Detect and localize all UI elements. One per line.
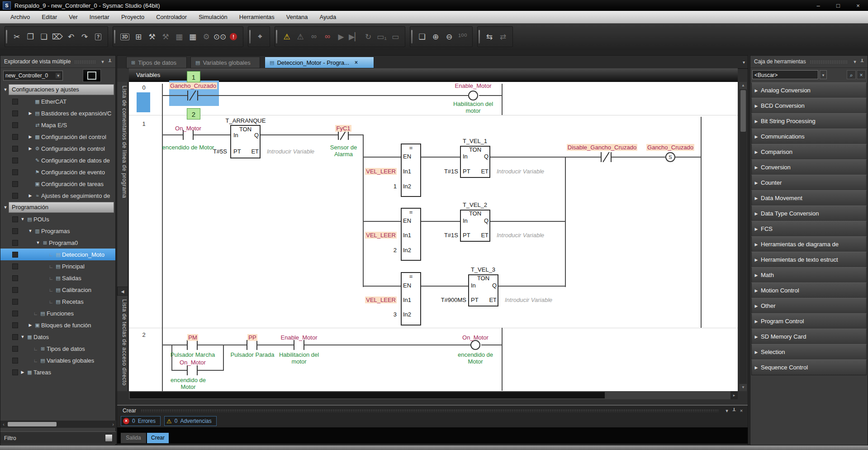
- online-window-2-icon[interactable]: ▭: [389, 29, 402, 44]
- check-all-programs-icon[interactable]: ⚠: [280, 29, 294, 44]
- chevron-down-icon[interactable]: ▼: [35, 240, 41, 245]
- tree-item-funciones[interactable]: ∟▤Funciones: [0, 307, 115, 319]
- et-placeholder[interactable]: Introducir Variable: [497, 168, 560, 175]
- cross-reference-icon[interactable]: ⚙: [199, 29, 213, 44]
- scroll-up-icon[interactable]: ▲: [740, 82, 747, 89]
- redo-icon[interactable]: ↷: [78, 29, 91, 44]
- scrollbar-thumb[interactable]: [740, 90, 746, 132]
- view-3d-icon[interactable]: 3D: [118, 29, 132, 44]
- pt-value[interactable]: T#900MS: [427, 297, 466, 304]
- tree-item-principal[interactable]: ∟▤Principal: [0, 260, 115, 272]
- tree-item-bloques-de-funci-n[interactable]: ▶▣Bloques de función: [0, 319, 115, 331]
- search-binoculars-icon[interactable]: ⊙⊙: [213, 29, 227, 44]
- tab-deteccion-motor-progra[interactable]: ▤Deteccion_Motor - Progra...×: [265, 57, 374, 68]
- run-simulator-icon[interactable]: ▶: [334, 29, 348, 44]
- scroll-right-icon[interactable]: ▸: [730, 391, 738, 399]
- toolbox-category-herramientas-de-texto-estruct[interactable]: ▶Herramientas de texto estruct: [751, 252, 867, 268]
- zoom-out-icon[interactable]: ⊖: [442, 29, 456, 44]
- reset-simulator-icon[interactable]: ↻: [361, 29, 375, 44]
- toolbox-category-motion-control[interactable]: ▶Motion Control: [751, 282, 867, 298]
- nc-contact-gancho-cruzado[interactable]: [187, 91, 198, 101]
- tab-variables-globales[interactable]: ▤Variables globales: [190, 57, 260, 68]
- var-label[interactable]: VEL_LEER: [365, 297, 397, 303]
- set-coil-gancho-cruzado[interactable]: S: [665, 152, 675, 162]
- zoom-100-icon[interactable]: ¹⁰⁰: [456, 29, 470, 44]
- toolbox-category-fcs[interactable]: ▶FCS: [751, 221, 867, 237]
- variables-bar[interactable]: Variables: [129, 68, 738, 82]
- toolbox-category-comparison[interactable]: ▶Comparison: [751, 144, 867, 160]
- scroll-left-icon[interactable]: ‹: [0, 421, 7, 427]
- tree-item-configuraci-n-de-control[interactable]: ▶⚙Configuración de control: [0, 143, 115, 154]
- et-placeholder[interactable]: Introducir Variable: [267, 148, 330, 155]
- online-window-1-icon[interactable]: ▭₁: [375, 29, 389, 44]
- pin-icon[interactable]: ┸: [730, 408, 738, 414]
- menu-insertar[interactable]: Insertar: [84, 11, 115, 24]
- chevron-down-icon[interactable]: ▾: [99, 59, 106, 65]
- monitor-glasses-icon[interactable]: ∞: [307, 29, 321, 44]
- tree-item-bastidores-de-expansi-n-c[interactable]: ▶▤Bastidores de expansión/C: [0, 107, 115, 119]
- toolbox-category-counter[interactable]: ▶Counter: [751, 175, 867, 191]
- ladder-canvas[interactable]: 0 1 2 1 2 Gancho_Cruzado Enable_Motor Ha…: [129, 82, 738, 391]
- pt-value[interactable]: T#5S: [199, 148, 227, 155]
- var-label[interactable]: PM: [187, 334, 198, 341]
- toolbox-category-data-type-conversion[interactable]: ▶Data Type Conversion: [751, 206, 867, 221]
- tree-item-configuraci-n-de-tareas[interactable]: ▣Configuración de tareas: [0, 178, 115, 190]
- in2-value[interactable]: 2: [360, 247, 397, 254]
- rung-number[interactable]: 2: [137, 331, 151, 338]
- chevron-down-icon[interactable]: ▼: [19, 335, 26, 339]
- scroll-right-icon[interactable]: ›: [110, 421, 116, 427]
- var-label[interactable]: Enable_Motor: [441, 82, 505, 90]
- var-label[interactable]: Gancho_Cruzado: [169, 82, 217, 89]
- rung-number[interactable]: 0: [137, 84, 151, 91]
- help-icon[interactable]: ?: [91, 29, 105, 44]
- search-options-icon[interactable]: ⌕: [847, 70, 856, 79]
- no-contact-on-motor-branch[interactable]: [187, 365, 198, 375]
- menu-controlador[interactable]: Controlador: [150, 11, 193, 24]
- chevron-down-icon[interactable]: ▾: [851, 59, 859, 65]
- chevron-right-icon[interactable]: ▶: [27, 134, 33, 139]
- toolbox-category-program-control[interactable]: ▶Program Control: [751, 313, 867, 329]
- editor-vertical-scrollbar[interactable]: ▲ ▼: [740, 82, 747, 391]
- abort-icon[interactable]: !: [227, 29, 240, 44]
- coil-enable-motor[interactable]: [468, 91, 478, 101]
- var-label[interactable]: On_Motor: [166, 359, 220, 366]
- menu-simulaci-n[interactable]: Simulación: [193, 11, 233, 24]
- differential-monitor-glasses-icon[interactable]: ∞: [321, 29, 334, 44]
- scrollbar-thumb[interactable]: [130, 392, 605, 398]
- tree-item-programa0[interactable]: ▼⊞Programa0: [0, 237, 115, 249]
- tab-crear[interactable]: Crear: [147, 433, 169, 443]
- timer-instance-label[interactable]: T_ARRANQUE: [214, 117, 277, 124]
- tree-item-tareas[interactable]: ▶▦Tareas: [0, 366, 115, 378]
- close-icon[interactable]: ×: [738, 408, 745, 413]
- check-selected-programs-icon[interactable]: ⚠: [294, 29, 307, 44]
- tree-item-calibracion[interactable]: ∟▤Calibracion: [0, 284, 115, 296]
- maximize-button[interactable]: □: [828, 0, 848, 11]
- close-tab-icon[interactable]: ×: [355, 59, 358, 66]
- var-label[interactable]: Gancho_Cruzado: [646, 144, 694, 151]
- toolbox-search-input[interactable]: <Buscar>: [752, 70, 818, 79]
- toolbox-category-analog-conversion[interactable]: ▶Analog Conversion: [751, 82, 867, 98]
- pin-icon[interactable]: ┸: [106, 59, 114, 65]
- chevron-right-icon[interactable]: ▶: [19, 370, 26, 374]
- var-label[interactable]: PP: [247, 334, 257, 341]
- sidebar-horizontal-scrollbar[interactable]: ‹ ›: [0, 421, 116, 428]
- et-placeholder[interactable]: Introducir Variable: [505, 297, 568, 304]
- chevron-down-icon[interactable]: ▼: [19, 217, 26, 221]
- tab-tipos-de-datos[interactable]: ⊞Tipos de datos: [126, 57, 187, 68]
- chevron-right-icon[interactable]: ▶: [27, 146, 33, 151]
- fit-zoom-icon[interactable]: ❏: [415, 29, 429, 44]
- collapse-left-icon[interactable]: ◀: [117, 287, 128, 296]
- warnings-toggle-button[interactable]: ⚠ 0 Advertencias: [164, 416, 217, 426]
- clear-search-icon[interactable]: ×: [857, 70, 866, 79]
- filter-icon[interactable]: [105, 434, 113, 442]
- chevron-down-icon[interactable]: ▾: [820, 70, 827, 79]
- tab-list-dropdown-icon[interactable]: ▾: [743, 60, 745, 65]
- chevron-down-icon[interactable]: ▼: [2, 87, 9, 92]
- var-label[interactable]: VEL_LEER: [365, 232, 397, 239]
- transfer-icon[interactable]: ⇄: [496, 29, 510, 44]
- errors-toggle-button[interactable]: × 0 Errores: [121, 416, 161, 426]
- menu-proyecto[interactable]: Proyecto: [115, 11, 150, 24]
- pt-value[interactable]: T#1S: [429, 232, 458, 239]
- editor-horizontal-scrollbar[interactable]: ▸: [129, 391, 738, 399]
- menu-archivo[interactable]: Archivo: [5, 11, 36, 24]
